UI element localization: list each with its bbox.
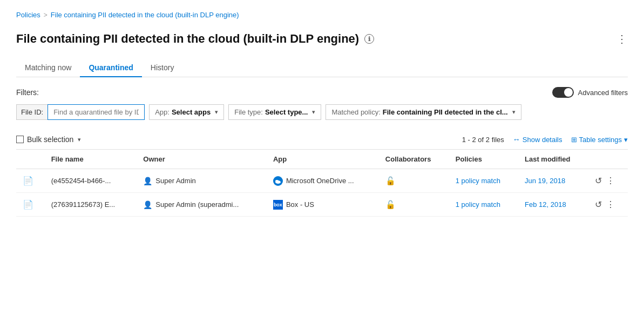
page-title: File containing PII detected in the clou… bbox=[16, 32, 374, 46]
row2-actions: ↺ ⋮ bbox=[588, 193, 628, 217]
table-settings-icon: ⊞ bbox=[571, 136, 577, 144]
restore-icon[interactable]: ↺ bbox=[595, 176, 602, 186]
filter-bar: File ID: App: Select apps ▾ File type: S… bbox=[16, 104, 628, 120]
page-header: File containing PII detected in the clou… bbox=[16, 32, 628, 46]
info-icon[interactable]: ℹ bbox=[364, 34, 374, 44]
tab-history[interactable]: History bbox=[142, 59, 183, 77]
bulk-selection-arrow[interactable]: ▾ bbox=[78, 136, 81, 143]
file-id-filter-group: File ID: bbox=[16, 104, 145, 120]
breadcrumb: Policies > File containing PII detected … bbox=[16, 11, 628, 19]
col-policies: Policies bbox=[449, 150, 518, 169]
page-title-text: File containing PII detected in the clou… bbox=[16, 32, 359, 46]
row2-app-name: Box - US bbox=[286, 200, 314, 209]
col-last-modified: Last modified bbox=[518, 150, 588, 169]
table-info: 1 - 2 of 2 files ↔ Show details ⊞ Table … bbox=[462, 135, 628, 144]
show-details-label: Show details bbox=[523, 136, 562, 144]
table-row: 📄 (276391125673) E... 👤 Super Admin (sup… bbox=[16, 193, 628, 217]
row2-policies[interactable]: 1 policy match bbox=[449, 193, 518, 217]
col-checkbox bbox=[16, 150, 45, 169]
table-settings-label: Table settings bbox=[579, 136, 622, 144]
bulk-selection-label: Bulk selection bbox=[27, 135, 73, 144]
filetype-filter-label: File type: bbox=[234, 108, 263, 116]
toggle-circle bbox=[564, 88, 573, 97]
col-owner: Owner bbox=[137, 150, 267, 169]
row1-app: Microsoft OneDrive ... bbox=[267, 169, 379, 193]
owner-icon: 👤 bbox=[143, 177, 152, 185]
row1-app-name: Microsoft OneDrive ... bbox=[286, 177, 354, 185]
lock-icon: 🔓 bbox=[385, 176, 396, 185]
file-id-label: File ID: bbox=[16, 104, 48, 120]
files-count: 1 - 2 of 2 files bbox=[462, 136, 504, 144]
more-menu-icon[interactable]: ⋮ bbox=[616, 32, 628, 45]
bulk-selection[interactable]: Bulk selection ▾ bbox=[16, 135, 81, 144]
row1-collaborators: 🔓 bbox=[379, 169, 449, 193]
lock-icon: 🔓 bbox=[385, 200, 396, 209]
row2-filename[interactable]: (276391125673) E... bbox=[45, 193, 137, 217]
row1-checkbox: 📄 bbox=[16, 169, 45, 193]
policy-filter-arrow: ▾ bbox=[512, 109, 516, 116]
table-row: 📄 (e4552454-b466-... 👤 Super Admin bbox=[16, 169, 628, 193]
col-file-name: File name bbox=[45, 150, 137, 169]
file-doc-icon: 📄 bbox=[23, 176, 33, 185]
app-filter-arrow: ▾ bbox=[215, 109, 218, 116]
files-table: File name Owner App Collaborators Polici… bbox=[16, 150, 628, 217]
row1-filename[interactable]: (e4552454-b466-... bbox=[45, 169, 137, 193]
row1-owner: 👤 Super Admin bbox=[137, 169, 267, 193]
restore-icon[interactable]: ↺ bbox=[595, 199, 602, 210]
col-actions bbox=[588, 150, 628, 169]
col-app: App bbox=[267, 150, 379, 169]
app-filter-label: App: bbox=[155, 108, 170, 116]
row2-collaborators: 🔓 bbox=[379, 193, 449, 217]
row2-last-modified: Feb 12, 2018 bbox=[518, 193, 588, 217]
breadcrumb-separator: > bbox=[44, 11, 48, 19]
advanced-filters-toggle[interactable] bbox=[552, 87, 574, 98]
row1-policies[interactable]: 1 policy match bbox=[449, 169, 518, 193]
row2-checkbox: 📄 bbox=[16, 193, 45, 217]
filters-label: Filters: bbox=[16, 88, 39, 97]
col-collaborators: Collaborators bbox=[379, 150, 449, 169]
tab-matching-now[interactable]: Matching now bbox=[16, 59, 80, 77]
onedrive-icon bbox=[273, 176, 283, 186]
bulk-selection-checkbox[interactable] bbox=[16, 136, 24, 143]
file-doc-icon: 📄 bbox=[23, 200, 33, 209]
tabs-bar: Matching now Quarantined History bbox=[16, 59, 628, 77]
row2-owner-name: Super Admin (superadmi... bbox=[155, 200, 239, 209]
app-filter-dropdown[interactable]: App: Select apps ▾ bbox=[149, 104, 224, 120]
policy-filter-value: File containing PII detected in the cl..… bbox=[383, 108, 508, 116]
row2-owner: 👤 Super Admin (superadmi... bbox=[137, 193, 267, 217]
svg-point-1 bbox=[275, 180, 279, 182]
breadcrumb-policies-link[interactable]: Policies bbox=[16, 11, 40, 19]
row2-app: box Box - US bbox=[267, 193, 379, 217]
row1-actions: ↺ ⋮ bbox=[588, 169, 628, 193]
policy-filter-dropdown[interactable]: Matched policy: File containing PII dete… bbox=[326, 104, 521, 120]
row-more-icon[interactable]: ⋮ bbox=[606, 199, 615, 210]
table-header-row: File name Owner App Collaborators Polici… bbox=[16, 150, 628, 169]
show-details-icon: ↔ bbox=[513, 135, 520, 144]
row1-last-modified: Jun 19, 2018 bbox=[518, 169, 588, 193]
filetype-filter-value: Select type... bbox=[265, 108, 308, 116]
advanced-filters: Advanced filters bbox=[552, 87, 628, 98]
box-icon: box bbox=[273, 200, 283, 210]
advanced-filters-label: Advanced filters bbox=[578, 89, 628, 97]
row1-owner-name: Super Admin bbox=[155, 177, 195, 185]
filetype-filter-dropdown[interactable]: File type: Select type... ▾ bbox=[228, 104, 321, 120]
app-filter-value: Select apps bbox=[172, 108, 211, 116]
show-details-button[interactable]: ↔ Show details bbox=[513, 135, 562, 144]
policy-filter-label: Matched policy: bbox=[331, 108, 380, 116]
row-more-icon[interactable]: ⋮ bbox=[606, 176, 615, 186]
file-id-input[interactable] bbox=[48, 104, 145, 120]
table-settings-arrow: ▾ bbox=[624, 136, 628, 144]
filetype-filter-arrow: ▾ bbox=[312, 109, 315, 116]
table-toolbar: Bulk selection ▾ 1 - 2 of 2 files ↔ Show… bbox=[16, 130, 628, 150]
table-settings-button[interactable]: ⊞ Table settings ▾ bbox=[571, 136, 628, 144]
breadcrumb-current-page: File containing PII detected in the clou… bbox=[51, 11, 239, 19]
filters-row: Filters: Advanced filters bbox=[16, 87, 628, 98]
tab-quarantined[interactable]: Quarantined bbox=[80, 59, 141, 77]
owner-icon: 👤 bbox=[143, 200, 152, 209]
